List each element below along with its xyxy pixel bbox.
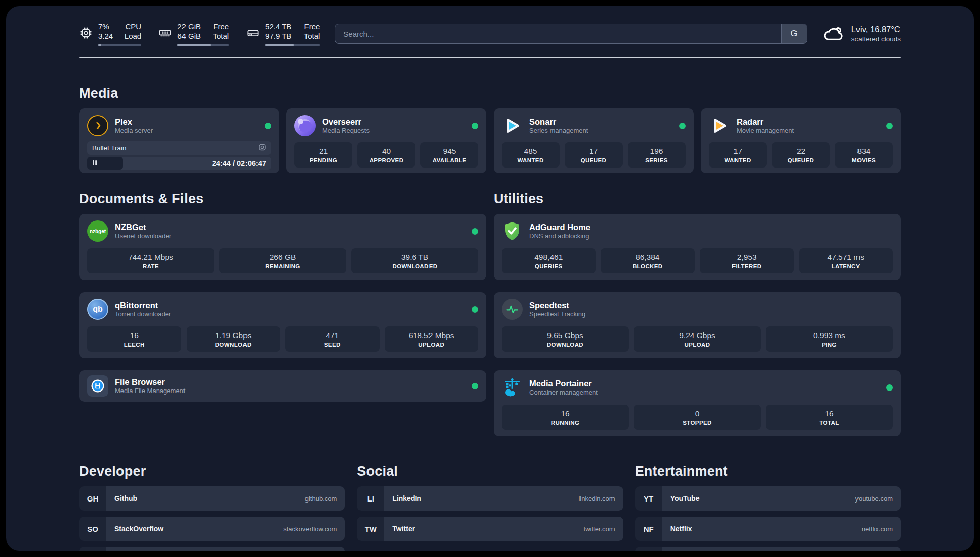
cpu-load-label: Load	[125, 31, 141, 41]
stat-tile: 17 QUEUED	[565, 142, 623, 168]
nzbget-card[interactable]: nzbget NZBGet Usenet downloader 744.21 M…	[79, 214, 486, 280]
stat-value: 39.6 TB	[353, 253, 476, 262]
speedtest-icon	[502, 299, 523, 320]
stat-tile: 196 SERIES	[628, 142, 686, 168]
radarr-card[interactable]: Radarr Movie management 17 WANTED 22 QUE…	[701, 108, 901, 173]
bookmark-abbr: GH	[79, 486, 106, 511]
portainer-stats: 16 RUNNING 0 STOPPED 16 TOTAL	[502, 405, 893, 430]
bookmark-abbr: RE	[635, 547, 662, 551]
disk-free-label: Free	[304, 22, 320, 32]
speedtest-title: Speedtest	[529, 300, 585, 311]
stat-tile: 16 TOTAL	[766, 405, 893, 430]
plex-now-playing: Bullet Train 24:44 / 02:06:47	[87, 141, 271, 170]
stat-tile: 2,953 FILTERED	[700, 248, 794, 273]
search-input[interactable]	[335, 24, 781, 43]
weather-widget: Lviv, 16.87°C scattered clouds	[822, 23, 901, 45]
radarr-icon	[709, 115, 730, 136]
section-heading-entertainment: Entertainment	[635, 464, 901, 479]
stat-tile: 498,461 QUERIES	[502, 248, 596, 273]
nzbget-header: nzbget NZBGet Usenet downloader	[87, 220, 478, 242]
overseerr-subtitle: Media Requests	[322, 127, 370, 135]
stat-label: QUEUED	[567, 157, 621, 163]
memory-progress-bar	[177, 44, 229, 46]
overseerr-card[interactable]: Overseerr Media Requests 21 PENDING 40 A…	[286, 108, 486, 173]
stat-label: TOTAL	[768, 420, 891, 426]
bookmark-name: LinkedIn	[392, 494, 421, 503]
stat-tile: 21 PENDING	[294, 142, 352, 168]
bookmark-twitter[interactable]: TW Twitter twitter.com	[357, 517, 623, 541]
stat-tile: 0.993 ms PING	[766, 326, 893, 352]
search-provider-button[interactable]: G	[781, 24, 807, 43]
bookmark-url: stackoverflow.com	[283, 525, 337, 533]
stat-tile: 86,384 BLOCKED	[601, 248, 695, 273]
plex-subtitle: Media server	[115, 127, 153, 135]
bookmark-name: YouTube	[670, 494, 700, 503]
portainer-status-indicator	[886, 384, 893, 391]
filebrowser-title: File Browser	[115, 377, 185, 387]
adguard-header: AdGuard Home DNS and adblocking	[502, 220, 893, 242]
bookmark-github[interactable]: GH Github github.com	[79, 486, 345, 511]
media-card-grid: Plex Media server Bullet Train	[79, 108, 901, 173]
bookmark-dev[interactable]: DT DEV dev.to	[79, 547, 345, 551]
overseerr-header: Overseerr Media Requests	[294, 115, 478, 136]
bookmark-name: Netflix	[670, 525, 692, 533]
radarr-title: Radarr	[737, 117, 794, 127]
nzbget-stats: 744.21 Mbps RATE 266 GB REMAINING 39.6 T…	[87, 248, 478, 273]
bookmark-reddit[interactable]: RE Reddit reddit.com	[635, 547, 901, 551]
nzbget-icon-text: nzbget	[90, 229, 106, 234]
stat-value: 21	[296, 147, 350, 156]
adguard-card[interactable]: AdGuard Home DNS and adblocking 498,461 …	[494, 214, 901, 280]
bookmark-name: Twitter	[392, 525, 415, 533]
section-heading-social: Social	[357, 464, 623, 479]
portainer-card[interactable]: Media Portainer Container management 16 …	[494, 370, 901, 436]
disk-total-label: Total	[304, 31, 320, 41]
plex-card[interactable]: Plex Media server Bullet Train	[79, 108, 279, 173]
weather-condition: scattered clouds	[851, 35, 901, 43]
stat-value: 17	[567, 147, 621, 156]
stat-label: RUNNING	[504, 420, 627, 426]
memory-free-label: Free	[213, 22, 229, 32]
stat-label: WANTED	[711, 157, 765, 163]
disk-stat: 52.4 TB 97.9 TB Free Total	[246, 22, 320, 46]
sonarr-icon	[502, 115, 523, 136]
playback-progress-bar: 24:44 / 02:06:47	[87, 157, 271, 170]
bookmark-netflix[interactable]: NF Netflix netflix.com	[635, 517, 901, 541]
stat-value: 498,461	[504, 253, 594, 262]
stat-value: 9.65 Gbps	[504, 331, 627, 340]
bookmark-linkedin[interactable]: LI LinkedIn linkedin.com	[357, 486, 623, 511]
plex-title: Plex	[115, 117, 153, 127]
camera-icon	[258, 143, 266, 153]
stat-value: 22	[774, 147, 828, 156]
nzbget-icon: nzbget	[87, 220, 108, 242]
pause-icon	[92, 159, 98, 168]
memory-icon	[158, 26, 172, 42]
stat-value: 17	[711, 147, 765, 156]
overseerr-status-indicator	[472, 123, 478, 129]
stat-value: 0	[636, 409, 759, 418]
filebrowser-card[interactable]: File Browser Media File Management	[79, 370, 486, 402]
bookmark-name: StackOverflow	[114, 525, 163, 533]
filebrowser-status-indicator	[472, 383, 478, 389]
sonarr-subtitle: Series management	[529, 127, 588, 135]
cloud-icon	[822, 23, 845, 45]
stat-label: WANTED	[504, 157, 558, 163]
stat-label: LATENCY	[801, 263, 891, 269]
nzbget-title: NZBGet	[115, 222, 171, 233]
dashboard: 7% 3.24 CPU Load	[6, 6, 974, 551]
sonarr-card[interactable]: Sonarr Series management 485 WANTED 17 Q…	[494, 108, 694, 173]
stat-value: 40	[359, 147, 413, 156]
bookmark-stackoverflow[interactable]: SO StackOverflow stackoverflow.com	[79, 517, 345, 541]
qbittorrent-card[interactable]: qb qBittorrent Torrent downloader 16 LEE…	[79, 292, 486, 358]
sonarr-title: Sonarr	[529, 117, 588, 127]
stat-label: DOWNLOAD	[504, 342, 627, 348]
stat-tile: 485 WANTED	[502, 142, 560, 168]
filebrowser-icon	[87, 375, 108, 397]
speedtest-card[interactable]: Speedtest Speedtest Tracking 9.65 Gbps D…	[494, 292, 901, 358]
radarr-header: Radarr Movie management	[709, 115, 893, 136]
header-bar: 7% 3.24 CPU Load	[79, 19, 901, 48]
stat-tile: 471 SEED	[285, 326, 380, 352]
disk-total-value: 97.9 TB	[265, 31, 291, 41]
bookmark-youtube[interactable]: YT YouTube youtube.com	[635, 486, 901, 511]
bookmark-abbr: NF	[635, 517, 662, 541]
bookmark-url: youtube.com	[855, 495, 893, 503]
